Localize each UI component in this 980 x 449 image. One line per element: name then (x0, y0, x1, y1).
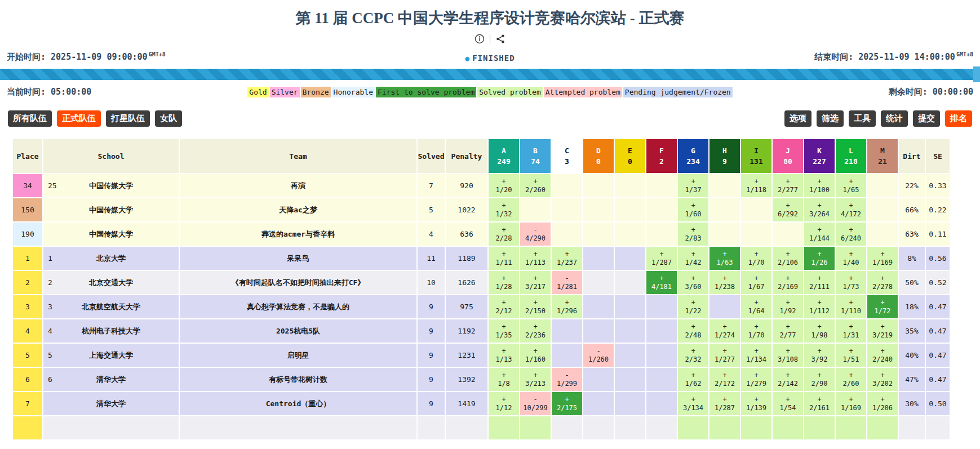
problem-cell-J (773, 416, 803, 439)
problem-cell-C (552, 344, 582, 367)
problem-cell-G: +1/22 (678, 295, 708, 318)
action-button[interactable]: 排名 (945, 110, 972, 127)
team-name-cell: 真心想学算法竞赛，不是骗人的 (180, 295, 416, 318)
school-cell: 25中国传媒大学 (43, 174, 179, 197)
table-row[interactable]: 7清华大学Centroid（重心）91419+1/12-10/299+2/175… (13, 392, 950, 415)
problem-cell-J: +2/106 (773, 247, 803, 270)
verdict-sign: + (773, 323, 803, 331)
icon-separator (490, 34, 490, 44)
legend: GoldSilverBronzeHonorableFirst to solve … (247, 87, 732, 97)
dirt-cell: 63% (899, 223, 925, 246)
filter-button[interactable]: 女队 (155, 110, 182, 127)
share-icon[interactable] (495, 34, 505, 44)
problem-letter: C (552, 145, 582, 156)
table-row[interactable]: 55上海交通大学启明星91231+1/13+1/160-1/260+2/32+1… (13, 344, 950, 367)
info-icon[interactable] (475, 34, 485, 44)
problem-cell-K (804, 416, 835, 439)
penalty-cell: 1231 (446, 344, 487, 367)
school-cell (43, 416, 179, 439)
problem-solve-count: 0 (583, 156, 614, 167)
problem-cell-E (615, 392, 645, 415)
solved-cell: 9 (418, 295, 445, 318)
problem-letter: D (583, 145, 614, 156)
problem-solve-count: 227 (804, 156, 835, 167)
verdict-sign: + (867, 274, 898, 283)
action-button[interactable]: 选项 (784, 110, 812, 127)
problem-cell-B (520, 416, 551, 439)
official-rank: 1 (43, 254, 69, 263)
tries-time: 1/112 (804, 307, 835, 315)
tries-time: 1/54 (773, 404, 803, 412)
tries-time: 3/92 (804, 355, 835, 364)
action-button[interactable]: 统计 (881, 110, 908, 127)
problem-cell-L: +1/65 (836, 174, 866, 197)
filter-button[interactable]: 正式队伍 (57, 110, 101, 127)
table-row[interactable]: 3425中国传媒大学再演7920+1/20+2/260+1/37+1/118+2… (13, 174, 950, 197)
progress-drag-handle[interactable] (973, 66, 980, 82)
tries-time: 3/213 (520, 380, 551, 388)
problem-cell-H: +1/287 (709, 392, 740, 415)
se-cell: 0.56 (926, 247, 950, 270)
problem-cell-C (552, 198, 582, 221)
table-row[interactable]: 66清华大学有标号带花树计数91392+1/8+3/213-1/299+1/62… (13, 368, 950, 391)
dirt-cell: 18% (899, 295, 925, 318)
verdict-sign: + (709, 371, 740, 380)
verdict-sign: + (520, 177, 551, 186)
problem-cell-E (615, 319, 645, 343)
problem-cell-A: +1/28 (489, 271, 519, 294)
table-row[interactable]: 44杭州电子科技大学2025杭电5队91192+1/35+2/236+2/48+… (13, 319, 950, 343)
table-row[interactable] (13, 416, 950, 439)
action-button[interactable]: 提交 (913, 110, 940, 127)
problem-cell-A: +1/12 (489, 392, 519, 415)
action-button[interactable]: 筛选 (817, 110, 844, 127)
table-row[interactable]: 22北京交通大学《有时间起队名不如把时间抽出来打CF》101626+1/28+3… (13, 271, 950, 294)
filter-button[interactable]: 所有队伍 (8, 110, 52, 127)
problem-cell-F (646, 368, 677, 391)
problem-cell-L: +1/40 (836, 247, 866, 270)
tries-time: 1/279 (741, 380, 771, 388)
table-row[interactable]: 190中国传媒大学葬送的acmer与香辛料4636+2/28-4/290+2/8… (13, 223, 950, 246)
column-header-se: SE (926, 139, 950, 173)
official-rank: 4 (43, 327, 69, 335)
verdict-sign: + (678, 347, 708, 355)
problem-cell-D (583, 319, 614, 343)
problem-cell-B: -4/290 (520, 223, 551, 246)
table-row[interactable]: 150中国传媒大学天降ac之梦51022+1/32+1/60+6/292+3/2… (13, 198, 950, 221)
tries-time: 2/175 (552, 404, 582, 412)
problem-header-A: A249 (489, 139, 519, 173)
table-row[interactable]: 33北京航空航天大学真心想学算法竞赛，不是骗人的9975+2/12+2/150+… (13, 295, 950, 318)
table-row[interactable]: 11北京大学呆呆鸟111189+1/11+1/113+1/237+1/287+1… (13, 247, 950, 270)
se-cell: 0.47 (926, 319, 950, 343)
verdict-sign: + (836, 371, 866, 380)
tries-time: 1/100 (804, 186, 835, 194)
verdict-sign: + (678, 299, 708, 307)
verdict-sign: + (773, 347, 803, 355)
tries-time: 1/67 (741, 283, 771, 291)
problem-cell-J: +2/277 (773, 174, 803, 197)
problem-cell-I: +1/64 (741, 295, 771, 318)
tries-time: 2/150 (520, 307, 551, 315)
tries-time: 1/63 (709, 259, 740, 267)
tries-time: 1/28 (489, 283, 519, 291)
place-cell: 6 (13, 368, 42, 391)
solved-cell: 7 (418, 174, 445, 197)
times-row: 开始时间: 2025-11-09 09:00:00GMT+8 ●FINISHED… (0, 51, 980, 63)
verdict-sign: - (583, 347, 614, 355)
legend-item: First to solve problem (376, 87, 476, 97)
problem-cell-I (741, 223, 771, 246)
place-cell: 190 (13, 223, 42, 246)
action-button[interactable]: 工具 (849, 110, 876, 127)
school-name: 中国传媒大学 (69, 205, 153, 215)
penalty-cell: 1189 (446, 247, 487, 270)
problem-cell-G: +2/32 (678, 344, 708, 367)
tries-time: 3/217 (520, 283, 551, 291)
verdict-sign: + (709, 323, 740, 331)
problem-cell-I (741, 416, 771, 439)
problem-cell-F: +4/181 (646, 271, 677, 294)
tries-time: 4/181 (646, 283, 677, 291)
problem-cell-C (552, 416, 582, 439)
verdict-sign: + (489, 299, 519, 307)
filter-button[interactable]: 打星队伍 (106, 110, 150, 127)
verdict-sign: + (709, 274, 740, 283)
problem-cell-C: +2/175 (552, 392, 582, 415)
